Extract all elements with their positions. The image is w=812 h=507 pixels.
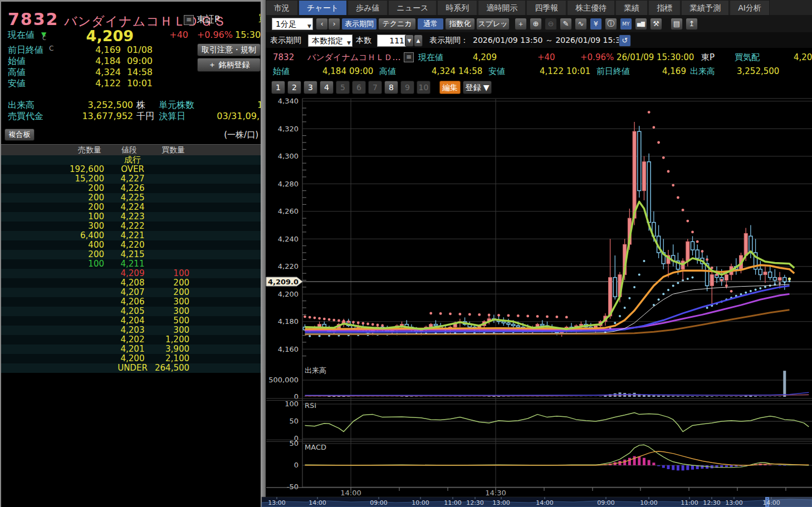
svg-text:13:00: 13:00 — [268, 499, 286, 506]
svg-text:09:00: 09:00 — [597, 499, 615, 506]
svg-text:14:00: 14:00 — [309, 499, 326, 506]
trading-app-window: 7832 バンダイナムコＨＬＤＧＳ ≡東証P 買 現在値 ▼ C 4,209 +… — [0, 0, 812, 507]
svg-text:14:00: 14:00 — [340, 489, 361, 497]
svg-text:4,209.0: 4,209.0 — [268, 278, 299, 286]
svg-text:13:00: 13:00 — [492, 499, 510, 506]
svg-text:RSI: RSI — [305, 401, 316, 410]
svg-text:4,160: 4,160 — [278, 345, 299, 353]
svg-text:50: 50 — [289, 417, 299, 425]
svg-text:10:00: 10:00 — [412, 499, 429, 506]
price-chart[interactable]: 4,1604,1804,2004,2204,2404,2604,2804,300… — [0, 0, 812, 507]
svg-text:4,260: 4,260 — [278, 207, 299, 215]
svg-text:4,340: 4,340 — [278, 97, 299, 105]
svg-text:50: 50 — [289, 439, 299, 447]
svg-text:13:00: 13:00 — [725, 499, 743, 506]
svg-text:14:00: 14:00 — [762, 499, 780, 506]
svg-text:10:00: 10:00 — [640, 499, 658, 506]
svg-text:4,300: 4,300 — [278, 152, 299, 160]
svg-text:11:00: 11:00 — [681, 499, 698, 506]
svg-text:4,200: 4,200 — [278, 290, 299, 298]
svg-text:-50: -50 — [287, 483, 299, 491]
svg-text:出来高: 出来高 — [305, 366, 326, 375]
svg-text:4,280: 4,280 — [278, 180, 299, 188]
svg-text:4,320: 4,320 — [278, 125, 299, 133]
svg-text:14:30: 14:30 — [485, 489, 506, 497]
svg-text:4,220: 4,220 — [278, 262, 299, 270]
svg-text:MACD: MACD — [305, 443, 326, 451]
svg-text:4,240: 4,240 — [278, 235, 299, 243]
svg-text:500,000: 500,000 — [268, 376, 299, 384]
svg-text:09:00: 09:00 — [370, 499, 388, 506]
svg-text:11:00: 11:00 — [444, 499, 462, 506]
svg-text:14:00: 14:00 — [536, 499, 554, 506]
svg-text:100: 100 — [285, 400, 299, 408]
svg-text:0: 0 — [294, 461, 299, 469]
svg-text:4,180: 4,180 — [278, 317, 299, 326]
svg-text:12:30: 12:30 — [703, 499, 721, 506]
svg-text:12:30: 12:30 — [466, 499, 484, 506]
